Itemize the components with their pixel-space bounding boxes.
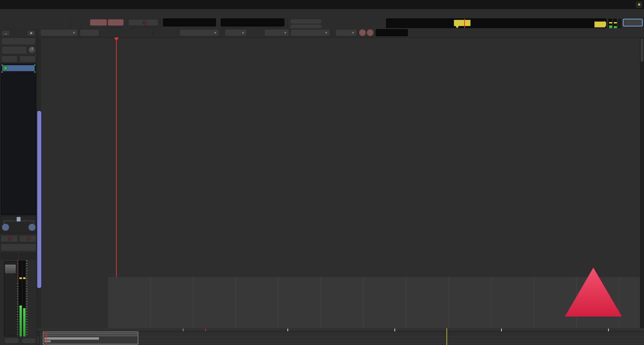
pan-handle[interactable] (16, 217, 21, 222)
phase-1-button[interactable] (1, 56, 17, 62)
summary-ruler (37, 328, 644, 332)
meter-fill (19, 306, 22, 337)
zoom-focus-dropdown[interactable]: ▼ (179, 29, 219, 36)
summary-tick (608, 329, 609, 331)
monitor-section: ↔ ✕ (0, 29, 37, 345)
meter-peak-icon (19, 277, 22, 279)
punch-in-button[interactable] (90, 19, 107, 26)
summary-end-marker-line (446, 328, 447, 345)
status-bar (631, 0, 642, 9)
meter-point-button[interactable] (21, 338, 36, 344)
drag-handle-icon (34, 64, 36, 66)
lock-button[interactable] (19, 235, 36, 242)
canvas-empty-area[interactable] (108, 277, 640, 328)
processor-box[interactable] (1, 64, 36, 215)
summary-body[interactable] (40, 332, 644, 345)
phase-2-button[interactable] (19, 56, 36, 62)
processor-fader-entry[interactable] (2, 65, 35, 71)
menubar (0, 0, 644, 9)
summary-view-rect[interactable] (43, 332, 138, 344)
edit-mode-dropdown[interactable]: ▼ (40, 29, 78, 36)
edit-point-dropdown[interactable]: ▼ (335, 29, 357, 36)
feedback-indicator[interactable] (636, 2, 642, 8)
snap-mode-dropdown[interactable]: ▼ (264, 29, 289, 36)
follow-range-button[interactable] (128, 19, 158, 26)
grid-unit-dropdown[interactable]: ▼ (290, 29, 330, 36)
playhead-marker-icon[interactable] (114, 38, 119, 41)
drag-handle-icon (1, 64, 3, 66)
edit-point-clock[interactable] (376, 29, 408, 36)
trim-knob[interactable] (28, 46, 36, 54)
mute-button[interactable] (1, 244, 36, 251)
meter-ticks-right (26, 261, 28, 337)
mono-button[interactable] (4, 338, 19, 344)
editor-view-button[interactable] (623, 19, 643, 26)
pan-left-button[interactable] (2, 224, 9, 231)
summary-tick (394, 329, 395, 331)
summary-tick (287, 329, 288, 331)
ardour-logo-icon (564, 266, 623, 318)
close-strip-button[interactable]: ✕ (27, 30, 36, 36)
processor-led-icon[interactable] (4, 66, 7, 70)
follow-range-led-icon (143, 21, 146, 24)
iso-led-icon (8, 237, 12, 240)
gain-display-button[interactable] (1, 46, 27, 54)
editor-toolbar: ▼ ▼ ▼ ▼ ▼ ▼ (0, 28, 644, 38)
pan-right-button[interactable] (29, 224, 36, 231)
playhead-line (116, 38, 117, 277)
lock-led-icon (27, 237, 31, 240)
gain-value[interactable] (1, 253, 18, 260)
peak-value[interactable] (19, 253, 36, 260)
summary-tick (501, 329, 502, 331)
meter-ticks-red (17, 261, 18, 283)
meter-peak-right (614, 22, 617, 23)
end-marker-flag[interactable] (594, 21, 605, 27)
strip-name-button[interactable] (1, 38, 36, 45)
meter-peak-icon (23, 277, 25, 279)
pan-widget[interactable] (1, 216, 36, 233)
smart-mode-button[interactable] (80, 29, 99, 36)
summary-playhead (46, 332, 47, 344)
status-led-icon (638, 3, 640, 6)
vertical-scrollbar[interactable] (640, 38, 644, 328)
drag-handle-icon (34, 71, 36, 73)
primary-clock[interactable] (163, 18, 216, 26)
drag-handle-icon (1, 71, 3, 73)
knob-indicator-icon (32, 47, 33, 50)
scrollbar-thumb[interactable] (641, 38, 643, 62)
summary-pane[interactable] (37, 328, 644, 345)
end-marker-arrow-icon (604, 21, 606, 27)
punch-out-button[interactable] (108, 19, 124, 26)
summary-tick (183, 329, 183, 331)
track-height-dropdown[interactable]: ▼ (225, 29, 247, 36)
shrink-strip-button[interactable]: ↔ (1, 30, 10, 36)
solo-button[interactable] (290, 19, 322, 24)
nav-prev-button[interactable] (359, 29, 366, 36)
transport-toolbar (0, 9, 644, 28)
gain-fader[interactable] (4, 261, 17, 336)
meter-bar-left (19, 261, 22, 337)
summary-playhead-tick (205, 329, 206, 331)
fader-handle[interactable] (5, 264, 16, 274)
selected-strip-indicator (37, 111, 41, 288)
meter-bar-right (22, 261, 25, 337)
secondary-clock[interactable] (221, 18, 284, 26)
meter-fill-top (19, 305, 22, 307)
nav-next-button[interactable] (367, 29, 374, 36)
iso-button[interactable] (1, 235, 18, 242)
meter-fill (23, 308, 25, 337)
meter-peak-left (609, 22, 612, 23)
